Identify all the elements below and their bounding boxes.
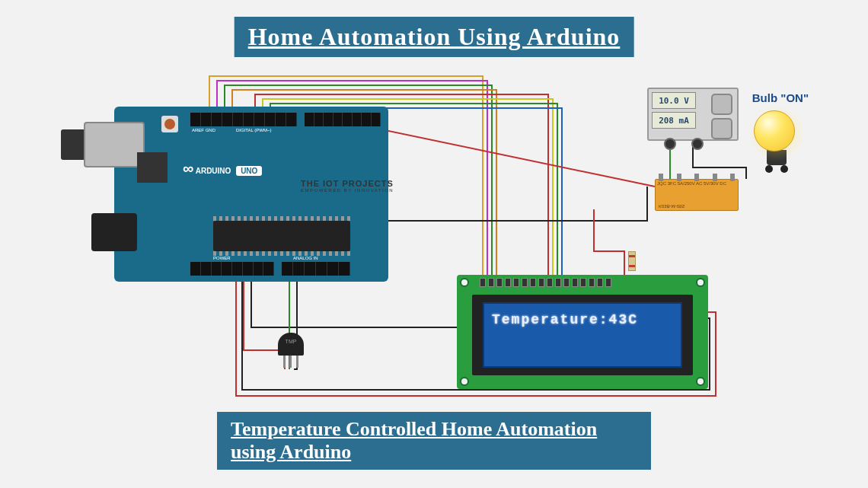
psu-knob-current bbox=[711, 118, 732, 139]
analog-header bbox=[282, 262, 350, 276]
relay-spec: JQC 3FC 5A/250V AC 5V/30V DC bbox=[657, 181, 736, 186]
arduino-board: DIGITAL (PWM~) AREF GND ∞ ARDUINO UNO PO… bbox=[114, 107, 388, 282]
title-bottom: Temperature Controlled Home Automation u… bbox=[217, 412, 651, 470]
power-jack bbox=[91, 213, 137, 251]
aref-label: AREF GND bbox=[192, 128, 215, 132]
lcd-module: Temperature:43C bbox=[457, 275, 708, 389]
power-header bbox=[190, 262, 274, 276]
lcd-screen: Temperature:43C bbox=[483, 302, 682, 368]
psu-current-display: 208 mA bbox=[652, 112, 696, 129]
power-label: POWER bbox=[213, 256, 231, 260]
psu-terminals bbox=[664, 138, 704, 150]
watermark-main: THE IOT PROJECTS bbox=[301, 179, 394, 188]
bulb-label: Bulb "ON" bbox=[752, 91, 809, 104]
bulb bbox=[754, 110, 799, 156]
arduino-logo: ∞ ARDUINO UNO bbox=[183, 160, 262, 177]
digital-header-1 bbox=[190, 113, 297, 126]
title-top: Home Automation Using Arduino bbox=[235, 17, 634, 57]
digital-header-2 bbox=[305, 113, 381, 126]
tmp-body bbox=[278, 333, 304, 356]
infinity-icon: ∞ bbox=[183, 160, 193, 177]
resistor bbox=[628, 251, 636, 271]
analog-label: ANALOG IN bbox=[293, 256, 318, 260]
psu-port-neg bbox=[664, 138, 676, 150]
atmega-chip bbox=[213, 221, 350, 251]
reset-button bbox=[161, 116, 178, 132]
bulb-glass bbox=[754, 110, 795, 152]
psu-port-pos bbox=[691, 138, 704, 150]
watermark-logo: THE IOT PROJECTS EMPOWERED BY INNOVATION bbox=[301, 179, 394, 193]
arduino-model-text: UNO bbox=[236, 166, 262, 176]
psu-knob-voltage bbox=[711, 94, 732, 115]
usb-port bbox=[84, 122, 145, 167]
watermark-sub: EMPOWERED BY INNOVATION bbox=[301, 188, 394, 193]
arduino-brand-text: ARDUINO bbox=[196, 167, 231, 175]
digital-label: DIGITAL (PWM~) bbox=[236, 128, 272, 132]
temperature-sensor bbox=[278, 333, 304, 366]
usb-chip bbox=[137, 152, 168, 183]
psu-voltage-display: 10.0 V bbox=[652, 92, 696, 109]
lcd-header-pins bbox=[480, 278, 611, 287]
circuit-diagram: DIGITAL (PWM~) AREF GND ∞ ARDUINO UNO PO… bbox=[46, 69, 822, 412]
relay-model: K03B-M-05S bbox=[659, 204, 685, 209]
lcd-line-1: Temperature:43C bbox=[492, 310, 673, 330]
power-supply: 10.0 V 208 mA bbox=[647, 88, 739, 141]
relay-pins bbox=[659, 174, 735, 181]
lcd-frame: Temperature:43C bbox=[472, 295, 693, 375]
relay-module: JQC 3FC 5A/250V AC 5V/30V DC K03B-M-05S bbox=[655, 179, 739, 211]
